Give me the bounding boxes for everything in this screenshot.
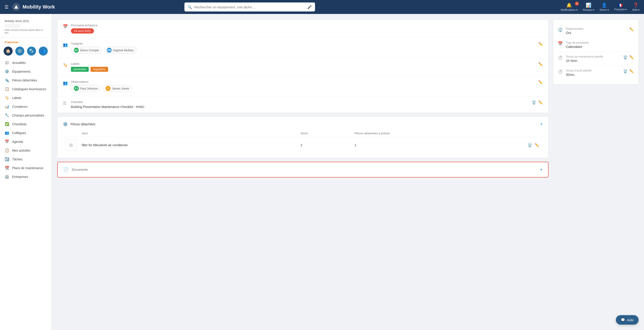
assignes-actions: ✏️	[538, 42, 543, 46]
col-actions	[525, 130, 543, 137]
pieces-table: Nom Stock Pièces détachées à prévoir ⊞	[63, 130, 543, 153]
periodicite-value: Calendaire	[566, 45, 634, 49]
col-pieces: Pièces détachées à prévoir	[352, 130, 525, 137]
search-bar[interactable]: 🔍 🎤	[184, 2, 315, 11]
demo-label: Demo	[600, 8, 607, 11]
search-input[interactable]	[194, 5, 306, 9]
assignes-chips: DC Demo Compte DM Daphné Mothes	[71, 46, 536, 54]
nav-label-8: Collègues	[12, 131, 26, 135]
temps-maintenance-value: 1h 0mn.	[566, 59, 621, 62]
labels-actions: ✏️	[538, 62, 543, 66]
sidebar-item-tâches[interactable]: ☑️Tâches	[0, 155, 52, 164]
nav-label-3: Catalogues fournisseurs	[12, 87, 46, 91]
part-stock: 2	[298, 137, 352, 153]
documents-add-btn[interactable]: +	[540, 167, 543, 173]
network-icon: 📊	[586, 2, 591, 8]
nav-icon-2: 🔩	[4, 78, 10, 82]
reseau-chevron: ▾	[593, 8, 594, 11]
labels-edit-btn[interactable]: ✏️	[538, 62, 543, 66]
reglementaire-icon: ⚖️	[558, 27, 566, 32]
part-edit-btn[interactable]: ✏️	[535, 143, 539, 147]
reseau-label: Réseau	[583, 8, 592, 11]
nav-label-9: Agenda	[12, 140, 23, 144]
help-button[interactable]: 💬 Aide	[616, 315, 638, 325]
reglementaire-content: Réglementaire Oui	[566, 27, 627, 35]
help-button-label: Aide	[627, 318, 634, 322]
col-nom: Nom	[79, 130, 298, 137]
periodicite-row: 📅 Type de périodicité Calendaire	[558, 38, 634, 52]
temps-maintenance-edit-btn[interactable]: ✏️	[629, 55, 634, 59]
temps-maintenance-delete-btn[interactable]: 🗑️	[623, 55, 628, 59]
sidebar-item-champs-personnalisés[interactable]: 🔧Champs personnalisés	[0, 111, 52, 120]
sidebar-item-agenda[interactable]: 📅Agenda	[0, 137, 52, 146]
assignee-chip-2: DM Daphné Mothes	[104, 46, 137, 54]
mic-icon[interactable]: 🎤	[307, 5, 312, 9]
reglementaire-label: Réglementaire	[566, 27, 627, 30]
nav-icon-9: 📅	[4, 139, 10, 144]
temps-arret-delete-btn[interactable]: 🗑️	[623, 69, 628, 73]
observateurs-edit-btn[interactable]: ✏️	[538, 80, 543, 84]
sidebar-item-catalogues-fournisseurs[interactable]: 📋Catalogues fournisseurs	[0, 85, 52, 93]
periodicite-content: Type de périodicité Calendaire	[566, 41, 634, 49]
pieces-add-btn[interactable]: +	[540, 121, 543, 127]
nav-label-0: Actualités	[12, 61, 26, 64]
nav-label-5: Compteurs	[12, 105, 28, 108]
labels-chips: preventive regulatory	[71, 67, 536, 72]
nav-label-11: Tâches	[12, 157, 22, 161]
nav-icon-6: 🔧	[4, 113, 10, 117]
part-delete-btn[interactable]: 🗑️	[528, 143, 532, 147]
sidebar-icon-people[interactable]: 👥	[39, 46, 48, 55]
nav-label-10: Mes activités	[12, 149, 30, 152]
nav-icon-0: 📰	[4, 60, 10, 65]
help-icon: ❓	[633, 2, 638, 8]
demo-btn[interactable]: 👤 Demo ▾	[600, 2, 609, 11]
checklist-icon: ☰	[63, 101, 71, 106]
assignes-edit-btn[interactable]: ✏️	[538, 42, 543, 46]
nav-icon-8: 👥	[4, 131, 10, 135]
pieces-card: ⚙️ Pièces détachées + Nom Stock Pièces d…	[57, 116, 548, 158]
sidebar-item-checklists[interactable]: ✅Checklists	[0, 120, 52, 128]
hamburger-menu[interactable]: ☰	[4, 4, 8, 10]
aide-btn[interactable]: ❓ Aide ▾	[632, 2, 640, 11]
label-regulatory: regulatory	[90, 67, 108, 72]
temps-maintenance-label: Temps de maintenance planifié	[566, 55, 621, 58]
sidebar-item-mes-activités[interactable]: 📋Mes activités	[0, 146, 52, 155]
sidebar-item-plans-de-maintenance[interactable]: 📆Plans de maintenance	[0, 164, 52, 172]
part-pieces: 1	[352, 137, 525, 153]
observer-name-1: Paul Johnson	[80, 87, 98, 90]
notifications-btn[interactable]: 🔔 4 Notifications ▾	[561, 2, 577, 11]
sidebar-icon-parts[interactable]: 🔩	[27, 46, 36, 55]
topnav-right: 🔔 4 Notifications ▾ 📊 Réseau ▾ 👤 Demo ▾ …	[561, 2, 640, 11]
checklist-delete-btn[interactable]: 🗑️	[532, 100, 536, 105]
sidebar-account: Mobility Work (EN) Votre version d'essai…	[0, 17, 52, 38]
sidebar-item-équipements[interactable]: ⚙️Équipements	[0, 67, 52, 76]
sidebar-item-collègues[interactable]: 👥Collègues	[0, 128, 52, 137]
checklist-edit-btn[interactable]: ✏️	[538, 100, 543, 105]
subscribe-link[interactable]: S'abonner	[0, 39, 52, 45]
nav-icon-12: 📆	[4, 166, 10, 170]
labels-label: Labels	[71, 62, 536, 65]
labels-content: Labels preventive regulatory	[71, 62, 536, 72]
reglementaire-value: Oui	[566, 31, 627, 35]
sidebar-item-actualités[interactable]: 📰Actualités	[0, 58, 52, 67]
nav-label-7: Checklists	[12, 122, 26, 126]
sidebar-icon-home[interactable]: 🏠	[4, 46, 12, 55]
temps-arret-label: Temps d'arrêt planifié	[566, 69, 621, 72]
sidebar-icon-equipment[interactable]: ⚙️	[15, 46, 24, 55]
checklist-title: Building Preventative Maintenance Checkl…	[71, 105, 529, 109]
right-card: ⚖️ Réglementaire Oui ✏️ 📅 Type d	[553, 19, 638, 84]
language-btn[interactable]: 🇫🇷 Français ▾	[614, 3, 627, 11]
observer-avatar-2: JJ	[106, 86, 110, 91]
reglementaire-edit-btn[interactable]: ✏️	[629, 27, 634, 31]
temps-maintenance-icon: ⏱️	[558, 55, 566, 60]
temps-arret-edit-btn[interactable]: ✏️	[629, 69, 634, 73]
sidebar-item-labels[interactable]: 🏷️Labels	[0, 93, 52, 102]
observateurs-label: Observateurs	[71, 80, 536, 83]
sidebar-item-compteurs[interactable]: 📊Compteurs	[0, 102, 52, 111]
sidebar-item-entreprises[interactable]: 🏢Entreprises	[0, 172, 52, 181]
sidebar-item-pièces-détachées[interactable]: 🔩Pièces détachées	[0, 76, 52, 85]
sidebar-icons-row: 🏠 ⚙️ 🔩 👥	[0, 45, 52, 58]
assignee-name-1: Demo Compte	[80, 49, 99, 52]
bell-icon: 🔔	[566, 2, 572, 8]
reseau-btn[interactable]: 📊 Réseau ▾	[583, 2, 594, 11]
